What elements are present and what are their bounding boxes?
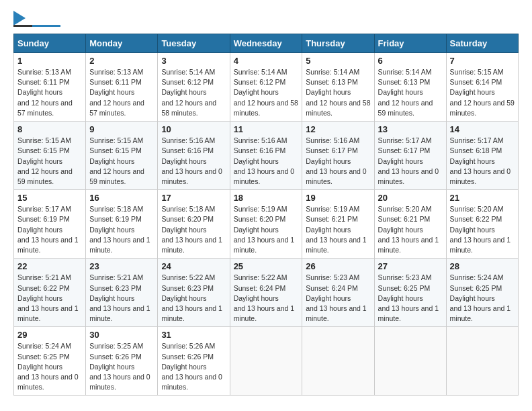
- day-info: Sunrise: 5:15 AMSunset: 6:14 PMDaylight …: [450, 68, 515, 117]
- day-number: 5: [306, 56, 370, 66]
- calendar-day-header: Friday: [374, 34, 446, 53]
- calendar-day-cell: 25Sunrise: 5:22 AMSunset: 6:24 PMDayligh…: [230, 259, 302, 327]
- day-number: 20: [378, 193, 443, 203]
- day-info: Sunrise: 5:24 AMSunset: 6:25 PMDaylight …: [450, 273, 511, 322]
- calendar-day-cell: 27Sunrise: 5:23 AMSunset: 6:25 PMDayligh…: [374, 259, 446, 327]
- calendar-day-cell: 22Sunrise: 5:21 AMSunset: 6:22 PMDayligh…: [14, 259, 86, 327]
- day-number: 3: [161, 56, 226, 66]
- calendar-day-cell: 23Sunrise: 5:21 AMSunset: 6:23 PMDayligh…: [86, 259, 158, 327]
- day-number: 15: [17, 193, 82, 203]
- day-number: 8: [17, 124, 82, 134]
- calendar-day-header: Wednesday: [230, 34, 302, 53]
- day-number: 25: [234, 261, 299, 271]
- calendar-table: SundayMondayTuesdayWednesdayThursdayFrid…: [13, 34, 519, 396]
- calendar-day-cell: 2Sunrise: 5:13 AMSunset: 6:11 PMDaylight…: [86, 53, 158, 122]
- calendar-day-header: Thursday: [302, 34, 374, 53]
- day-info: Sunrise: 5:13 AMSunset: 6:11 PMDaylight …: [17, 68, 73, 117]
- day-info: Sunrise: 5:25 AMSunset: 6:26 PMDaylight …: [89, 342, 150, 391]
- day-info: Sunrise: 5:21 AMSunset: 6:22 PMDaylight …: [17, 273, 79, 322]
- calendar-day-cell: 8Sunrise: 5:15 AMSunset: 6:15 PMDaylight…: [14, 122, 86, 190]
- day-number: 28: [450, 261, 515, 271]
- svg-marker-0: [13, 11, 26, 26]
- calendar-header-row: SundayMondayTuesdayWednesdayThursdayFrid…: [14, 34, 519, 53]
- calendar-day-cell: 11Sunrise: 5:16 AMSunset: 6:16 PMDayligh…: [230, 122, 302, 190]
- calendar-day-cell: 18Sunrise: 5:19 AMSunset: 6:20 PMDayligh…: [230, 190, 302, 259]
- calendar-day-cell: 26Sunrise: 5:23 AMSunset: 6:24 PMDayligh…: [302, 259, 374, 327]
- day-info: Sunrise: 5:14 AMSunset: 6:13 PMDaylight …: [378, 68, 433, 117]
- day-number: 7: [450, 56, 515, 66]
- day-info: Sunrise: 5:15 AMSunset: 6:15 PMDaylight …: [17, 136, 73, 185]
- calendar-day-cell: 6Sunrise: 5:14 AMSunset: 6:13 PMDaylight…: [374, 53, 446, 122]
- day-info: Sunrise: 5:20 AMSunset: 6:21 PMDaylight …: [378, 205, 439, 254]
- header: [13, 13, 519, 27]
- calendar-day-cell: [446, 327, 518, 396]
- day-number: 16: [89, 193, 154, 203]
- day-number: 19: [306, 193, 370, 203]
- day-number: 21: [450, 193, 515, 203]
- calendar-day-cell: 28Sunrise: 5:24 AMSunset: 6:25 PMDayligh…: [446, 259, 518, 327]
- calendar-day-cell: 20Sunrise: 5:20 AMSunset: 6:21 PMDayligh…: [374, 190, 446, 259]
- day-info: Sunrise: 5:16 AMSunset: 6:17 PMDaylight …: [306, 136, 367, 185]
- calendar-day-cell: 7Sunrise: 5:15 AMSunset: 6:14 PMDaylight…: [446, 53, 518, 122]
- day-number: 1: [17, 56, 82, 66]
- calendar-day-header: Monday: [86, 34, 158, 53]
- calendar-day-cell: [374, 327, 446, 396]
- day-number: 14: [450, 124, 515, 134]
- day-info: Sunrise: 5:20 AMSunset: 6:22 PMDaylight …: [450, 205, 511, 254]
- calendar-day-cell: 13Sunrise: 5:17 AMSunset: 6:17 PMDayligh…: [374, 122, 446, 190]
- day-number: 27: [378, 261, 443, 271]
- calendar-day-cell: 30Sunrise: 5:25 AMSunset: 6:26 PMDayligh…: [86, 327, 158, 396]
- day-number: 23: [89, 261, 154, 271]
- day-info: Sunrise: 5:19 AMSunset: 6:20 PMDaylight …: [234, 205, 295, 254]
- day-info: Sunrise: 5:26 AMSunset: 6:26 PMDaylight …: [161, 342, 222, 391]
- day-number: 6: [378, 56, 443, 66]
- calendar-week-row: 8Sunrise: 5:15 AMSunset: 6:15 PMDaylight…: [14, 122, 519, 190]
- day-info: Sunrise: 5:16 AMSunset: 6:16 PMDaylight …: [161, 136, 222, 185]
- calendar-day-cell: 3Sunrise: 5:14 AMSunset: 6:12 PMDaylight…: [158, 53, 230, 122]
- day-number: 26: [306, 261, 370, 271]
- day-number: 11: [234, 124, 299, 134]
- day-number: 22: [17, 261, 82, 271]
- day-info: Sunrise: 5:17 AMSunset: 6:19 PMDaylight …: [17, 205, 79, 254]
- day-number: 12: [306, 124, 370, 134]
- calendar-week-row: 1Sunrise: 5:13 AMSunset: 6:11 PMDaylight…: [14, 53, 519, 122]
- day-number: 30: [89, 330, 154, 340]
- day-info: Sunrise: 5:17 AMSunset: 6:18 PMDaylight …: [450, 136, 511, 185]
- calendar-day-header: Tuesday: [158, 34, 230, 53]
- day-info: Sunrise: 5:23 AMSunset: 6:24 PMDaylight …: [306, 273, 367, 322]
- calendar-day-cell: [302, 327, 374, 396]
- day-info: Sunrise: 5:14 AMSunset: 6:12 PMDaylight …: [161, 68, 216, 117]
- logo-arrow-icon: [13, 11, 26, 26]
- calendar-day-cell: 5Sunrise: 5:14 AMSunset: 6:13 PMDaylight…: [302, 53, 374, 122]
- day-number: 29: [17, 330, 82, 340]
- logo: [13, 13, 60, 27]
- day-info: Sunrise: 5:13 AMSunset: 6:11 PMDaylight …: [89, 68, 144, 117]
- day-info: Sunrise: 5:16 AMSunset: 6:16 PMDaylight …: [234, 136, 295, 185]
- day-info: Sunrise: 5:22 AMSunset: 6:24 PMDaylight …: [234, 273, 295, 322]
- calendar-day-cell: 10Sunrise: 5:16 AMSunset: 6:16 PMDayligh…: [158, 122, 230, 190]
- day-info: Sunrise: 5:24 AMSunset: 6:25 PMDaylight …: [17, 342, 79, 391]
- day-info: Sunrise: 5:23 AMSunset: 6:25 PMDaylight …: [378, 273, 439, 322]
- calendar-day-cell: 9Sunrise: 5:15 AMSunset: 6:15 PMDaylight…: [86, 122, 158, 190]
- logo-underline: [13, 25, 60, 27]
- calendar-day-cell: 1Sunrise: 5:13 AMSunset: 6:11 PMDaylight…: [14, 53, 86, 122]
- day-info: Sunrise: 5:14 AMSunset: 6:13 PMDaylight …: [306, 68, 370, 117]
- day-info: Sunrise: 5:15 AMSunset: 6:15 PMDaylight …: [89, 136, 144, 185]
- calendar-week-row: 22Sunrise: 5:21 AMSunset: 6:22 PMDayligh…: [14, 259, 519, 327]
- calendar-week-row: 29Sunrise: 5:24 AMSunset: 6:25 PMDayligh…: [14, 327, 519, 396]
- day-number: 4: [234, 56, 299, 66]
- calendar-day-header: Saturday: [446, 34, 518, 53]
- calendar-day-cell: 21Sunrise: 5:20 AMSunset: 6:22 PMDayligh…: [446, 190, 518, 259]
- day-info: Sunrise: 5:14 AMSunset: 6:12 PMDaylight …: [234, 68, 298, 117]
- calendar-day-cell: 19Sunrise: 5:19 AMSunset: 6:21 PMDayligh…: [302, 190, 374, 259]
- calendar-day-cell: 24Sunrise: 5:22 AMSunset: 6:23 PMDayligh…: [158, 259, 230, 327]
- day-info: Sunrise: 5:18 AMSunset: 6:19 PMDaylight …: [89, 205, 150, 254]
- day-info: Sunrise: 5:22 AMSunset: 6:23 PMDaylight …: [161, 273, 222, 322]
- day-info: Sunrise: 5:17 AMSunset: 6:17 PMDaylight …: [378, 136, 439, 185]
- day-number: 13: [378, 124, 443, 134]
- day-number: 10: [161, 124, 226, 134]
- calendar-day-cell: 17Sunrise: 5:18 AMSunset: 6:20 PMDayligh…: [158, 190, 230, 259]
- calendar-week-row: 15Sunrise: 5:17 AMSunset: 6:19 PMDayligh…: [14, 190, 519, 259]
- calendar-day-cell: 14Sunrise: 5:17 AMSunset: 6:18 PMDayligh…: [446, 122, 518, 190]
- day-number: 24: [161, 261, 226, 271]
